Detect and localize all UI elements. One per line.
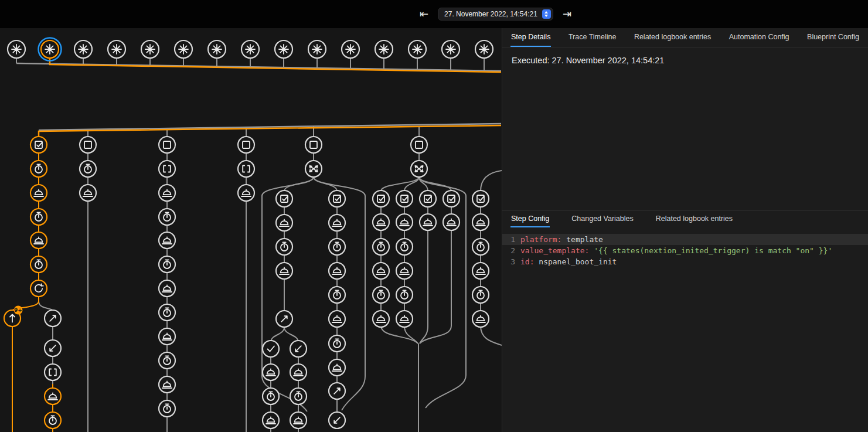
service-node[interactable]: [159, 280, 175, 297]
service-node[interactable]: [396, 214, 413, 230]
service-node[interactable]: [45, 388, 61, 404]
timer-node[interactable]: [159, 304, 175, 321]
box-node[interactable]: [159, 137, 175, 153]
service-node[interactable]: [263, 364, 279, 380]
condition-node[interactable]: [276, 191, 292, 207]
service-node[interactable]: [396, 311, 413, 327]
trigger-node[interactable]: [8, 40, 25, 58]
service-node[interactable]: [329, 311, 345, 327]
trigger-node[interactable]: [74, 40, 92, 58]
step-config-code[interactable]: 1platform: template2value_template: '{{ …: [502, 227, 868, 432]
service-node[interactable]: [373, 311, 389, 327]
brackets-node[interactable]: [238, 161, 254, 177]
service-node[interactable]: [329, 359, 345, 376]
trigger-node[interactable]: [108, 40, 125, 58]
tab-changed-variables[interactable]: Changed Variables: [571, 211, 634, 227]
trigger-node[interactable]: [208, 40, 226, 58]
tab-step-config[interactable]: Step Config: [510, 211, 550, 227]
timer-node[interactable]: [159, 256, 175, 273]
service-node[interactable]: [159, 185, 175, 201]
trigger-node[interactable]: [241, 40, 259, 58]
timer-node[interactable]: [329, 287, 345, 303]
trigger-node[interactable]: [275, 40, 292, 58]
brackets-node[interactable]: [45, 364, 61, 380]
service-node[interactable]: [420, 214, 436, 230]
trigger-node[interactable]: [375, 40, 393, 58]
service-node[interactable]: [159, 232, 175, 249]
code-line[interactable]: 1platform: template: [502, 234, 868, 245]
tab-related-logbook-entries[interactable]: Related logbook entries: [634, 28, 712, 47]
box-node[interactable]: [305, 137, 322, 153]
arrow-sw-node[interactable]: [45, 340, 61, 356]
trigger-node[interactable]: [409, 40, 426, 58]
service-node[interactable]: [80, 185, 96, 201]
timer-node[interactable]: [396, 239, 413, 255]
repeat-node[interactable]: [30, 280, 47, 297]
timer-node[interactable]: [30, 209, 47, 225]
tab-trace-timeline[interactable]: Trace Timeline: [568, 28, 617, 47]
tab-step-details[interactable]: Step Details: [510, 28, 551, 47]
service-node[interactable]: [263, 412, 279, 428]
service-node[interactable]: [472, 263, 489, 279]
choose-node[interactable]: [411, 161, 427, 177]
service-node[interactable]: [373, 214, 389, 230]
trigger-node[interactable]: [442, 40, 459, 58]
arrow-sw-node[interactable]: [290, 341, 307, 357]
timer-node[interactable]: [159, 352, 175, 369]
condition-node[interactable]: [472, 191, 489, 207]
check-node[interactable]: [263, 341, 279, 357]
service-node[interactable]: [443, 214, 459, 230]
condition-node[interactable]: [443, 191, 459, 207]
condition-node[interactable]: [329, 191, 345, 207]
service-node[interactable]: [290, 412, 307, 428]
box-node[interactable]: [411, 137, 427, 153]
condition-node[interactable]: [396, 191, 413, 207]
service-node[interactable]: [30, 232, 47, 249]
box-node[interactable]: [238, 137, 254, 153]
timer-node[interactable]: [290, 388, 307, 404]
service-node[interactable]: [159, 376, 175, 393]
service-node[interactable]: [30, 185, 47, 201]
service-node[interactable]: [290, 364, 307, 380]
arrow-sw-node[interactable]: [329, 412, 345, 428]
trigger-node[interactable]: [141, 40, 159, 58]
trigger-node[interactable]: [308, 40, 326, 58]
timer-node[interactable]: [159, 400, 175, 417]
timer-node[interactable]: [276, 239, 292, 255]
condition-node[interactable]: [30, 137, 47, 153]
choose-node[interactable]: [305, 161, 322, 177]
service-node[interactable]: [396, 263, 413, 279]
code-line[interactable]: 3id: nspanel_boot_init: [502, 256, 868, 267]
service-node[interactable]: [472, 214, 489, 230]
previous-run-icon[interactable]: ⇤: [420, 9, 428, 19]
arrow-ne-node[interactable]: [45, 310, 61, 326]
timer-node[interactable]: [30, 256, 47, 273]
timer-node[interactable]: [159, 209, 175, 225]
trigger-node[interactable]: [475, 40, 493, 58]
timer-node[interactable]: [30, 161, 47, 177]
trigger-node[interactable]: [175, 40, 192, 58]
service-node[interactable]: [159, 328, 175, 345]
timer-node[interactable]: [45, 412, 61, 428]
service-node[interactable]: [472, 311, 489, 327]
run-date-picker[interactable]: 27. November 2022, 14:54:21: [438, 8, 553, 21]
arrow-ne-node[interactable]: [276, 311, 292, 327]
timer-node[interactable]: [80, 161, 96, 177]
trigger-node[interactable]: [39, 38, 62, 61]
tab-related-logbook-entries[interactable]: Related logbook entries: [655, 211, 733, 227]
service-node[interactable]: [276, 263, 292, 279]
code-line[interactable]: 2value_template: '{{ states(nextion_init…: [502, 245, 868, 256]
next-run-icon[interactable]: ⇥: [563, 9, 571, 19]
timer-node[interactable]: [263, 388, 279, 404]
timer-node[interactable]: [373, 239, 389, 255]
service-node[interactable]: [329, 215, 345, 231]
trigger-node[interactable]: [342, 40, 359, 58]
timer-node[interactable]: [396, 287, 413, 303]
service-node[interactable]: [329, 263, 345, 279]
timer-node[interactable]: [373, 287, 389, 303]
timer-node[interactable]: [472, 287, 489, 303]
service-node[interactable]: [276, 215, 292, 231]
condition-node[interactable]: [373, 191, 389, 207]
brackets-node[interactable]: [159, 161, 175, 177]
timer-node[interactable]: [329, 335, 345, 352]
